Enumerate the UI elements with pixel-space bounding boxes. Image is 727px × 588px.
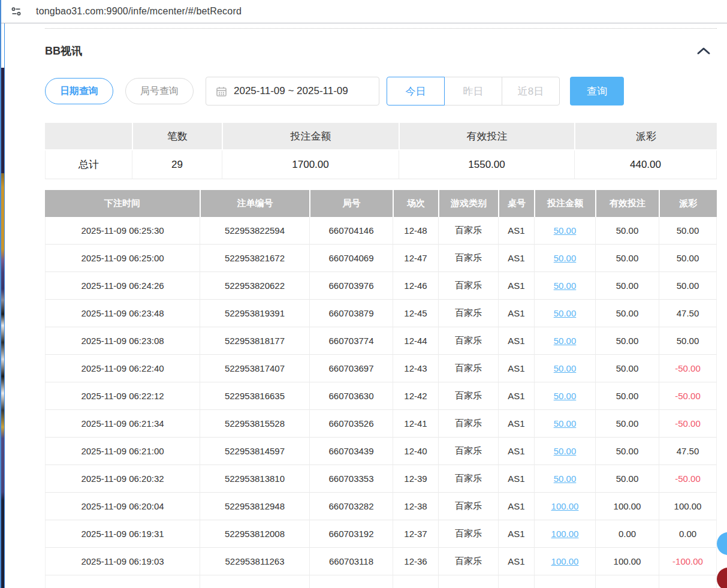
- record-cell: AS1: [498, 410, 534, 438]
- record-cell: 2025-11-09 06:21:00: [45, 438, 200, 465]
- record-cell: 百家乐: [438, 520, 498, 548]
- record-cell: 2025-11-09 06:25:00: [45, 245, 200, 272]
- bet-amount-link[interactable]: 50.00: [554, 336, 577, 346]
- bet-amount-cell: 50.00: [534, 300, 595, 327]
- record-cell: 47.50: [659, 438, 717, 465]
- record-cell: 660703192: [309, 520, 393, 548]
- bet-amount-cell: 50.00: [534, 465, 595, 493]
- record-cell: 522953820622: [200, 272, 309, 300]
- page-title: BB视讯: [45, 44, 82, 58]
- table-row: 2025-11-09 06:20:32522953813810660703353…: [45, 465, 717, 493]
- site-settings-icon[interactable]: [8, 4, 24, 19]
- record-cell: [595, 575, 659, 588]
- screen: tongbao31.com:9900/infe/mcenter/#/betRec…: [0, 0, 727, 588]
- bet-amount-link[interactable]: 50.00: [554, 253, 577, 263]
- record-cell: AS1: [498, 493, 534, 520]
- bet-amount-link[interactable]: 100.00: [551, 501, 579, 511]
- bet-amount-link[interactable]: 50.00: [554, 363, 577, 373]
- bet-amount-link[interactable]: 50.00: [554, 474, 577, 484]
- table-row: 2025-11-09 06:19:31522953812008660703192…: [45, 520, 717, 548]
- record-cell: 660703879: [309, 300, 393, 327]
- records-table: 下注时间注单编号局号场次游戏类别桌号投注金额有效投注派彩 2025-11-09 …: [45, 190, 717, 588]
- today-button[interactable]: 今日: [387, 77, 445, 105]
- record-cell: 660703439: [309, 438, 393, 465]
- record-cell: 50.00: [659, 217, 717, 245]
- record-cell: 522953817407: [200, 355, 309, 382]
- summary-value-cell: 1700.00: [222, 150, 399, 179]
- record-cell: 12-36: [393, 548, 438, 575]
- summary-value-cell: 1550.00: [399, 150, 574, 179]
- bet-amount-cell: 50.00: [534, 217, 595, 245]
- record-cell: 50.00: [595, 245, 659, 272]
- record-cell: 2025-11-09 06:20:32: [45, 465, 200, 493]
- record-cell: [309, 575, 393, 588]
- record-cell: 660703697: [309, 355, 393, 382]
- address-url[interactable]: tongbao31.com:9900/infe/mcenter/#/betRec…: [36, 6, 242, 17]
- bet-amount-cell: 50.00: [534, 355, 595, 382]
- bet-amount-link[interactable]: 50.00: [554, 391, 577, 401]
- query-button[interactable]: 查询: [570, 77, 624, 105]
- summary-value-cell: 29: [132, 150, 222, 179]
- table-row: 2025-11-09 06:23:08522953818177660703774…: [45, 327, 717, 355]
- section-header: BB视讯: [45, 43, 717, 59]
- date-query-tab[interactable]: 日期查询: [45, 78, 113, 104]
- record-cell: 12-40: [393, 438, 438, 465]
- record-cell: 百家乐: [438, 548, 498, 575]
- summary-header-cell: [45, 123, 132, 150]
- bet-amount-link[interactable]: 50.00: [554, 418, 577, 429]
- record-cell: AS1: [498, 355, 534, 382]
- bet-amount-link[interactable]: 100.00: [551, 529, 579, 539]
- table-row: 2025-11-09 06:24:26522953820622660703976…: [45, 272, 717, 300]
- record-cell: [534, 575, 595, 588]
- table-row: 2025-11-09 06:20:04522953812948660703282…: [45, 493, 717, 520]
- record-cell: 522953813810: [200, 465, 309, 493]
- record-cell: 522953811263: [200, 548, 309, 575]
- bet-amount-cell: 100.00: [534, 493, 595, 520]
- record-cell: AS1: [498, 465, 534, 493]
- record-cell: AS1: [498, 548, 534, 575]
- summary-header-cell: 派彩: [574, 123, 717, 150]
- record-cell: 522953816635: [200, 382, 309, 410]
- record-cell: 百家乐: [438, 493, 498, 520]
- record-cell: [45, 575, 200, 588]
- record-cell: 47.50: [659, 300, 717, 327]
- summary-header-row: 笔数投注金额有效投注派彩: [45, 123, 717, 150]
- record-cell: 12-43: [393, 355, 438, 382]
- summary-header-cell: 投注金额: [222, 123, 399, 150]
- record-cell: 12-37: [393, 520, 438, 548]
- record-cell: 50.00: [595, 465, 659, 493]
- record-cell: 百家乐: [438, 382, 498, 410]
- bet-amount-link[interactable]: 50.00: [554, 446, 577, 456]
- record-cell: AS1: [498, 382, 534, 410]
- record-cell: 522953812948: [200, 493, 309, 520]
- last-8-days-button[interactable]: 近8日: [502, 77, 560, 105]
- bet-amount-link[interactable]: 50.00: [554, 225, 577, 236]
- record-cell: 660703282: [309, 493, 393, 520]
- bet-amount-link[interactable]: 50.00: [554, 281, 577, 291]
- summary-value-cell: 440.00: [574, 150, 717, 179]
- record-cell: 百家乐: [438, 465, 498, 493]
- bet-amount-link[interactable]: 50.00: [554, 308, 577, 318]
- table-row: 2025-11-09 06:21:00522953814597660703439…: [45, 438, 717, 465]
- record-cell: 100.00: [659, 493, 717, 520]
- record-cell: -100.00: [659, 548, 717, 575]
- bet-amount-cell: 100.00: [534, 548, 595, 575]
- bet-amount-cell: 50.00: [534, 272, 595, 300]
- bet-amount-link[interactable]: 100.00: [551, 556, 579, 566]
- records-header-cell: 场次: [393, 190, 438, 217]
- record-cell: 50.00: [659, 327, 717, 355]
- records-header-cell: 派彩: [659, 190, 717, 217]
- record-cell: 50.00: [595, 327, 659, 355]
- browser-address-bar[interactable]: tongbao31.com:9900/infe/mcenter/#/betRec…: [0, 0, 727, 23]
- filter-toolbar: 日期查询 局号查询 2025-11-09 ~ 2025-11-09: [45, 77, 717, 105]
- record-cell: 50.00: [595, 382, 659, 410]
- record-cell: -50.00: [659, 465, 717, 493]
- record-cell: 660704069: [309, 245, 393, 272]
- collapse-section-button[interactable]: [696, 46, 711, 56]
- records-header-cell: 局号: [309, 190, 393, 217]
- round-query-tab[interactable]: 局号查询: [125, 78, 194, 104]
- yesterday-button[interactable]: 昨日: [444, 77, 502, 105]
- record-cell: 12-39: [393, 465, 438, 493]
- records-table-body: 2025-11-09 06:25:30522953822594660704146…: [45, 217, 717, 588]
- date-range-picker[interactable]: 2025-11-09 ~ 2025-11-09: [206, 77, 379, 105]
